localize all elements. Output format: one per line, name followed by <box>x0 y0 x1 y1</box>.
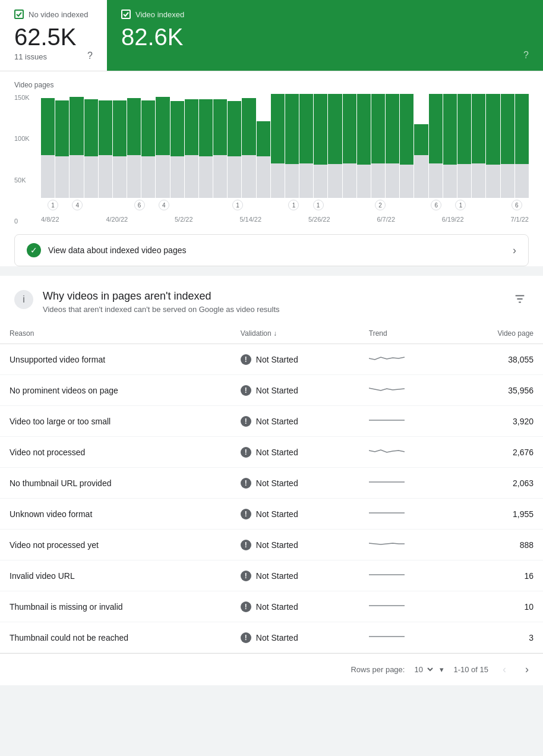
green-check-icon: ✓ <box>27 243 41 257</box>
bar-9 <box>156 94 169 198</box>
badge-4: 4 <box>72 200 83 210</box>
y-label-100k: 100K <box>14 135 38 142</box>
not-started-label: Not Started <box>256 540 298 550</box>
trend-chart <box>369 414 405 426</box>
not-started-icon: ! <box>241 601 251 612</box>
bar-12 <box>199 94 213 198</box>
validation-cell: ! Not Started <box>231 530 359 560</box>
trend-chart <box>369 352 405 364</box>
table-row[interactable]: No prominent videos on page ! Not Starte… <box>0 375 543 406</box>
bar-8 <box>141 94 155 198</box>
y-label-50k: 50K <box>14 177 38 184</box>
not-started-icon: ! <box>241 632 251 643</box>
rows-per-page-group: Rows per page: 10 25 50 ▾ <box>351 663 444 676</box>
x-label-4: 5/14/22 <box>239 216 261 223</box>
reason-cell: No thumbnail URL provided <box>0 468 231 499</box>
help-icon-video-indexed[interactable]: ? <box>523 50 529 61</box>
trend-chart <box>369 476 405 488</box>
validation-cell: ! Not Started <box>231 468 359 499</box>
video-page-count: 2,676 <box>451 437 543 468</box>
table-row[interactable]: Unsupported video format ! Not Started 3… <box>0 344 543 375</box>
badge-2: 2 <box>375 200 386 210</box>
reason-cell: Unsupported video format <box>0 344 231 375</box>
trend-chart <box>369 383 405 395</box>
table-row[interactable]: Unknown video format ! Not Started 1,955 <box>0 499 543 530</box>
table-row[interactable]: Video too large or too small ! Not Start… <box>0 406 543 437</box>
bar-spike <box>271 94 285 198</box>
bar-24 <box>386 94 399 198</box>
not-started-label: Not Started <box>256 571 298 581</box>
x-label-2: 4/20/22 <box>106 216 128 223</box>
validation-cell: ! Not Started <box>231 499 359 530</box>
bar-4 <box>84 94 98 198</box>
help-icon-no-video[interactable]: ? <box>87 51 93 61</box>
badge-6c: 6 <box>512 200 522 210</box>
bar-15 <box>242 94 255 198</box>
not-started-label: Not Started <box>256 478 298 488</box>
bar-20 <box>328 94 342 198</box>
trend-chart <box>369 445 405 457</box>
video-page-count: 1,955 <box>451 499 543 530</box>
why-title-group: Why videos in pages aren't indexed Video… <box>43 290 280 314</box>
filter-button[interactable] <box>511 290 529 311</box>
badge-1d: 1 <box>313 200 324 210</box>
video-page-count: 888 <box>451 530 543 560</box>
why-subtitle: Videos that aren't indexed can't be serv… <box>43 305 280 314</box>
badge-1e: 1 <box>455 200 466 210</box>
x-label-6: 6/7/22 <box>377 216 395 223</box>
bar-7 <box>127 94 141 198</box>
view-indexed-data-row[interactable]: ✓ View data about indexed video pages › <box>14 234 529 266</box>
badge-6b: 6 <box>431 200 441 210</box>
col-video-page: Video page <box>451 323 543 344</box>
col-trend: Trend <box>359 323 451 344</box>
trend-cell <box>359 468 451 499</box>
no-video-issues: 11 issues <box>14 52 47 61</box>
table-row[interactable]: Thumbnail could not be reached ! Not Sta… <box>0 622 543 653</box>
trend-cell <box>359 437 451 468</box>
video-page-count: 3,920 <box>451 406 543 437</box>
table-row[interactable]: Video not processed ! Not Started 2,676 <box>0 437 543 468</box>
bar-31 <box>486 94 500 198</box>
table-row[interactable]: No thumbnail URL provided ! Not Started … <box>0 468 543 499</box>
bar-21 <box>343 94 356 198</box>
badge-1: 1 <box>48 200 58 210</box>
table-row[interactable]: Video not processed yet ! Not Started 88… <box>0 530 543 560</box>
x-label-5: 5/26/22 <box>308 216 330 223</box>
x-label-7: 6/19/22 <box>442 216 464 223</box>
bar-29 <box>457 94 471 198</box>
bar-10 <box>171 94 184 198</box>
bar-14 <box>228 94 241 198</box>
reason-cell: Video not processed yet <box>0 530 231 560</box>
table-row[interactable]: Thumbnail is missing or invalid ! Not St… <box>0 591 543 622</box>
bar-26 <box>414 94 428 198</box>
bar-28 <box>443 94 457 198</box>
rows-per-page-select[interactable]: 10 25 50 <box>409 663 435 676</box>
next-page-button[interactable]: › <box>520 661 533 678</box>
trend-chart <box>369 600 405 612</box>
bar-30 <box>472 94 485 198</box>
trend-cell <box>359 344 451 375</box>
table-row[interactable]: Invalid video URL ! Not Started 16 <box>0 560 543 591</box>
chart-title: Video pages <box>14 81 529 89</box>
video-page-count: 35,956 <box>451 375 543 406</box>
video-indexed-card: Video indexed 82.6K ? <box>107 0 543 71</box>
bar-22 <box>357 94 371 198</box>
not-started-label: Not Started <box>256 509 298 519</box>
reason-cell: No prominent videos on page <box>0 375 231 406</box>
not-started-icon: ! <box>241 354 251 365</box>
chart-badges-row: 1 4 6 4 1 1 1 2 6 1 6 <box>41 200 529 210</box>
sort-icon[interactable]: ↓ <box>273 329 277 338</box>
bars-area <box>41 94 529 198</box>
table-container: Reason Validation ↓ Trend Video page Uns… <box>0 323 543 653</box>
badge-6: 6 <box>134 200 145 210</box>
checkbox-icon-white <box>121 10 131 19</box>
trend-cell <box>359 375 451 406</box>
prev-page-button[interactable]: ‹ <box>498 661 511 678</box>
validation-cell: ! Not Started <box>231 591 359 622</box>
bar-33 <box>515 94 529 198</box>
trend-chart <box>369 631 405 642</box>
trend-chart <box>369 569 405 581</box>
validation-cell: ! Not Started <box>231 437 359 468</box>
trend-cell <box>359 406 451 437</box>
bar-1 <box>41 94 55 198</box>
